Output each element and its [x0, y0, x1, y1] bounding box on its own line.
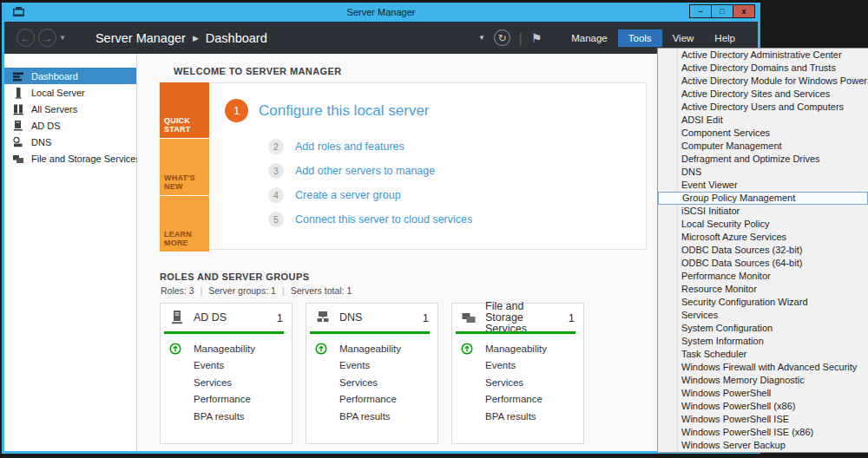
tools-menu-item-active-directory-administrative-center[interactable]: Active Directory Administrative Center: [658, 49, 868, 62]
tools-menu-item-iscsi-initiator[interactable]: iSCSI Initiator: [658, 205, 868, 218]
tools-menu-item-active-directory-domains-and-trusts[interactable]: Active Directory Domains and Trusts: [658, 62, 868, 75]
metric-manageability[interactable]: Manageability: [452, 340, 583, 357]
tools-menu-item-task-scheduler[interactable]: Task Scheduler: [658, 348, 868, 361]
breadcrumb-separator-icon: ▶: [193, 34, 199, 43]
tools-menu-item-windows-powershell-ise[interactable]: Windows PowerShell ISE: [658, 413, 868, 426]
forward-button[interactable]: →: [38, 29, 56, 47]
tools-menu-item-adsi-edit[interactable]: ADSI Edit: [658, 114, 868, 127]
notifications-caret-icon[interactable]: ▼: [478, 34, 485, 42]
notifications-flag-icon[interactable]: ⚑: [531, 31, 542, 45]
strip-tab-learn-more[interactable]: LEARN MORE: [160, 196, 209, 252]
tools-menu-item-windows-powershell-ise-x86[interactable]: Windows PowerShell ISE (x86): [658, 426, 868, 439]
tools-menu-item-system-configuration[interactable]: System Configuration: [658, 322, 868, 335]
step-number-badge: 5: [268, 212, 284, 227]
metric-manageability[interactable]: Manageability: [306, 340, 437, 357]
metric-bpa-results[interactable]: BPA results: [306, 408, 437, 425]
dns-card-icon: [315, 310, 331, 325]
menubar-manage[interactable]: Manage: [561, 29, 618, 47]
maximize-button[interactable]: □: [711, 4, 733, 18]
local-server-icon: [12, 87, 25, 99]
step-link[interactable]: Add roles and features: [295, 141, 404, 153]
sidebar-item-all-servers[interactable]: All Servers: [4, 101, 136, 117]
sidebar-item-dashboard[interactable]: Dashboard: [4, 68, 136, 84]
quickstart-step-5[interactable]: 5 Connect this server to cloud services: [268, 212, 472, 227]
minimize-button[interactable]: –: [689, 4, 712, 18]
tools-menu-item-computer-management[interactable]: Computer Management: [658, 140, 868, 153]
close-button[interactable]: x: [733, 4, 755, 18]
role-card-header[interactable]: AD DS 1: [161, 304, 292, 331]
tools-menu-item-resource-monitor[interactable]: Resource Monitor: [658, 283, 868, 296]
strip-tab-what-s-new[interactable]: WHAT'S NEW: [160, 139, 209, 194]
tools-menu-item-windows-memory-diagnostic[interactable]: Windows Memory Diagnostic: [658, 374, 868, 387]
tools-menu-item-active-directory-users-and-computers[interactable]: Active Directory Users and Computers: [658, 101, 868, 114]
quickstart-step-1[interactable]: 1 Configure this local server: [225, 99, 430, 122]
metric-services[interactable]: Services: [306, 374, 437, 391]
sidebar-item-dns[interactable]: DNS: [4, 134, 136, 150]
metric-bpa-results[interactable]: BPA results: [161, 408, 292, 425]
sidebar: Dashboard Local Server All Servers AD DS…: [4, 54, 137, 451]
tools-menu-item-odbc-data-sources-32-bit[interactable]: ODBC Data Sources (32-bit): [658, 244, 868, 257]
metric-manageability[interactable]: Manageability: [161, 340, 292, 357]
tools-menu-item-active-directory-module-for-windows-powershell[interactable]: Active Directory Module for Windows Powe…: [658, 75, 868, 88]
breadcrumb-current[interactable]: Dashboard: [206, 31, 267, 45]
all-servers-icon: [12, 103, 25, 115]
tools-menu-item-services[interactable]: Services: [658, 309, 868, 322]
breadcrumb: Server Manager ▶ Dashboard: [95, 31, 267, 45]
tools-menu-item-local-security-policy[interactable]: Local Security Policy: [658, 218, 868, 231]
role-card-header[interactable]: DNS 1: [306, 304, 437, 331]
metric-performance[interactable]: Performance: [161, 391, 292, 409]
tools-menu-item-event-viewer[interactable]: Event Viewer: [658, 179, 868, 192]
metric-services[interactable]: Services: [452, 374, 583, 391]
metric-performance[interactable]: Performance: [452, 391, 583, 409]
role-card-title: DNS: [339, 304, 414, 331]
tools-menu-item-dns[interactable]: DNS: [658, 166, 868, 179]
sidebar-item-ad-ds[interactable]: AD DS: [4, 117, 136, 134]
quickstart-step-2[interactable]: 2 Add roles and features: [268, 139, 404, 154]
step-link[interactable]: Connect this server to cloud services: [295, 213, 472, 226]
server-count: 1: [277, 304, 283, 331]
role-card-title: AD DS: [194, 304, 268, 331]
metric-events[interactable]: Events: [306, 357, 437, 375]
sidebar-item-local-server[interactable]: Local Server: [4, 84, 136, 101]
quickstart-step-3[interactable]: 3 Add other servers to manage: [268, 163, 435, 179]
tools-menu-item-microsoft-azure-services[interactable]: Microsoft Azure Services: [658, 231, 868, 244]
step-link[interactable]: Create a server group: [295, 189, 401, 201]
menubar-tools[interactable]: Tools: [618, 29, 662, 47]
tools-menu-item-component-services[interactable]: Component Services: [658, 127, 868, 140]
history-caret-icon[interactable]: ▼: [59, 34, 66, 42]
titlebar[interactable]: Server Manager – □ x: [2, 3, 760, 22]
back-button[interactable]: ←: [16, 29, 35, 47]
metric-events[interactable]: Events: [452, 357, 583, 375]
tools-menu-item-windows-server-backup[interactable]: Windows Server Backup: [658, 439, 868, 452]
tools-menu-item-system-information[interactable]: System Information: [658, 335, 868, 348]
step-link[interactable]: Configure this local server: [259, 102, 430, 120]
tools-menu-item-active-directory-sites-and-services[interactable]: Active Directory Sites and Services: [658, 88, 868, 101]
tools-menu-item-group-policy-management[interactable]: Group Policy Management: [658, 192, 868, 205]
tools-menu-item-security-configuration-wizard[interactable]: Security Configuration Wizard: [658, 296, 868, 309]
ad-ds-icon: [12, 120, 25, 132]
sidebar-item-file-and-storage-services[interactable]: File and Storage Services ▷: [4, 150, 136, 167]
breadcrumb-root[interactable]: Server Manager: [95, 31, 186, 45]
strip-tab-quick-start[interactable]: QUICK START: [160, 82, 209, 138]
tools-menu-item-odbc-data-sources-64-bit[interactable]: ODBC Data Sources (64-bit): [658, 257, 868, 270]
menubar-view[interactable]: View: [662, 29, 705, 47]
step-link[interactable]: Add other servers to manage: [295, 165, 435, 177]
role-cards: AD DS 1 Manageability Events Services Pe…: [160, 303, 597, 444]
status-rule: [456, 331, 575, 334]
tools-menu-item-windows-powershell-x86[interactable]: Windows PowerShell (x86): [658, 400, 868, 413]
tools-menu-item-defragment-and-optimize-drives[interactable]: Defragment and Optimize Drives: [658, 153, 868, 166]
step-number-badge: 4: [268, 187, 284, 203]
metric-services[interactable]: Services: [161, 374, 292, 391]
storage-card-icon: [461, 310, 477, 325]
menubar-help[interactable]: Help: [704, 29, 746, 47]
toolbar-divider: |: [519, 31, 523, 45]
tools-menu-item-windows-firewall-with-advanced-security[interactable]: Windows Firewall with Advanced Security: [658, 361, 868, 374]
quickstart-step-4[interactable]: 4 Create a server group: [268, 187, 401, 203]
role-card-header[interactable]: File and Storage Services 1: [452, 304, 583, 331]
metric-performance[interactable]: Performance: [306, 391, 437, 409]
refresh-icon[interactable]: ↻: [494, 29, 510, 46]
tools-menu-item-windows-powershell[interactable]: Windows PowerShell: [658, 387, 868, 400]
tools-menu-item-performance-monitor[interactable]: Performance Monitor: [658, 270, 868, 283]
metric-events[interactable]: Events: [161, 357, 292, 375]
metric-bpa-results[interactable]: BPA results: [452, 408, 583, 425]
